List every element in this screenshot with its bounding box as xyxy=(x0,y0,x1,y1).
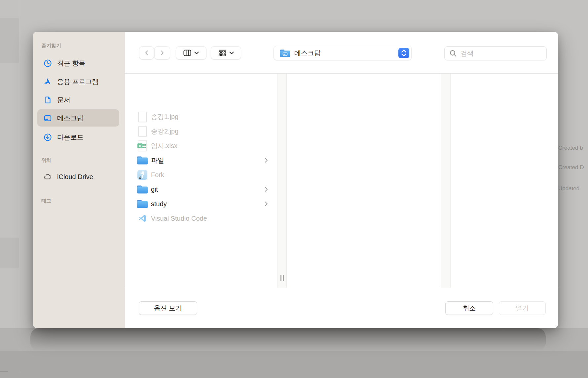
background-divider-line xyxy=(19,0,19,371)
vscode-app-icon xyxy=(137,213,148,224)
sidebar: 즐겨찾기 최근 항목 응용 프로그램 문서 데스크탑 xyxy=(33,32,125,328)
sidebar-item-label: 응용 프로그램 xyxy=(57,77,99,86)
group-by-button[interactable] xyxy=(211,46,241,59)
clock-icon xyxy=(43,59,52,68)
file-open-dialog: 즐겨찾기 최근 항목 응용 프로그램 문서 데스크탑 xyxy=(33,32,558,328)
chevron-right-icon xyxy=(264,157,268,163)
sidebar-item-recents[interactable]: 최근 항목 xyxy=(37,55,119,72)
current-folder-dropdown[interactable]: 데스크탑 xyxy=(274,46,412,60)
file-column-1: 송강1.jpg 송강2.jpg X 임시.xlsx xyxy=(125,74,277,288)
desktop-folder-icon xyxy=(280,49,290,57)
background-text-created-by: Created b xyxy=(558,145,588,153)
file-name: Visual Studio Code xyxy=(151,215,207,222)
background-text-created-date: Created D xyxy=(558,164,588,172)
background-line xyxy=(0,371,8,372)
folder-stepper-control[interactable] xyxy=(398,48,409,58)
file-name: Fork xyxy=(151,171,164,179)
dialog-main: 데스크탑 송강1.jpg xyxy=(125,32,558,328)
chevron-right-icon xyxy=(264,201,268,207)
folder-name: study xyxy=(151,200,167,208)
sidebar-header-locations: 위치 xyxy=(41,157,51,164)
chevron-right-icon xyxy=(159,50,165,56)
file-column-2 xyxy=(287,74,441,288)
sidebar-header-tags: 태그 xyxy=(41,198,51,204)
file-row-songgang2[interactable]: 송강2.jpg xyxy=(125,124,277,138)
sidebar-item-applications[interactable]: 응용 프로그램 xyxy=(37,73,119,90)
desktop-icon xyxy=(43,114,52,123)
sidebar-item-documents[interactable]: 문서 xyxy=(37,91,119,108)
folder-row-pail[interactable]: 파일 xyxy=(125,153,277,168)
image-file-icon xyxy=(137,126,148,137)
download-icon xyxy=(43,133,52,142)
icloud-icon xyxy=(43,172,52,181)
chevron-right-icon xyxy=(264,186,268,192)
file-column-3 xyxy=(451,74,558,288)
group-by-icon xyxy=(218,50,226,57)
search-input[interactable] xyxy=(460,50,536,57)
sidebar-item-icloud-drive[interactable]: iCloud Drive xyxy=(37,168,119,185)
fork-app-icon xyxy=(137,169,148,180)
sidebar-item-downloads[interactable]: 다운로드 xyxy=(37,129,119,146)
chevron-down-icon xyxy=(194,52,199,55)
sidebar-item-desktop[interactable]: 데스크탑 xyxy=(37,109,119,127)
sidebar-item-label: 데스크탑 xyxy=(57,114,84,123)
excel-file-icon: X xyxy=(137,140,148,151)
folder-icon xyxy=(137,198,148,209)
search-field[interactable] xyxy=(444,46,547,60)
folder-icon xyxy=(137,184,148,195)
document-icon xyxy=(43,95,52,104)
list-bottom-divider xyxy=(125,288,558,288)
back-button[interactable] xyxy=(139,46,154,59)
background-window-card xyxy=(30,328,546,351)
file-name: 송강2.jpg xyxy=(151,127,178,136)
current-folder-label: 데스크탑 xyxy=(294,49,321,57)
chevron-down-icon xyxy=(229,52,234,55)
file-row-imsi-xlsx[interactable]: X 임시.xlsx xyxy=(125,138,277,153)
column-view-icon xyxy=(183,50,191,56)
folder-icon xyxy=(137,155,148,166)
background-tile xyxy=(0,18,19,63)
chevron-left-icon xyxy=(143,50,150,56)
folder-row-git[interactable]: git xyxy=(125,182,277,197)
background-desktop xyxy=(0,351,588,378)
search-icon xyxy=(449,50,457,57)
background-tile xyxy=(0,238,19,268)
file-row-songgang1[interactable]: 송강1.jpg xyxy=(125,109,277,124)
folder-name: git xyxy=(151,186,158,193)
open-button[interactable]: 열기 xyxy=(499,301,546,315)
file-row-vscode-app[interactable]: Visual Studio Code xyxy=(125,211,277,226)
sidebar-item-label: 최근 항목 xyxy=(57,59,86,68)
file-row-fork-app[interactable]: Fork xyxy=(125,168,277,182)
file-browser: 송강1.jpg 송강2.jpg X 임시.xlsx xyxy=(125,74,558,288)
column-divider-scrollbar[interactable] xyxy=(441,74,451,288)
background-text-updated: Updated xyxy=(558,185,588,193)
sidebar-item-label: 문서 xyxy=(57,95,70,104)
sidebar-header-favorites: 즐겨찾기 xyxy=(41,43,61,49)
sidebar-item-label: iCloud Drive xyxy=(57,173,93,181)
show-options-button[interactable]: 옵션 보기 xyxy=(139,301,197,315)
column-resize-handle-icon[interactable] xyxy=(280,275,284,281)
image-file-icon xyxy=(137,111,148,122)
appstore-icon xyxy=(43,77,52,86)
column-divider-scrollbar[interactable] xyxy=(277,74,287,288)
file-name: 송강1.jpg xyxy=(151,112,178,121)
folder-name: 파일 xyxy=(151,156,164,165)
cancel-button[interactable]: 취소 xyxy=(445,301,493,315)
sidebar-item-label: 다운로드 xyxy=(57,133,84,142)
file-name: 임시.xlsx xyxy=(151,141,177,150)
view-mode-button[interactable] xyxy=(176,46,206,59)
forward-button[interactable] xyxy=(154,46,170,59)
folder-row-study[interactable]: study xyxy=(125,197,277,211)
